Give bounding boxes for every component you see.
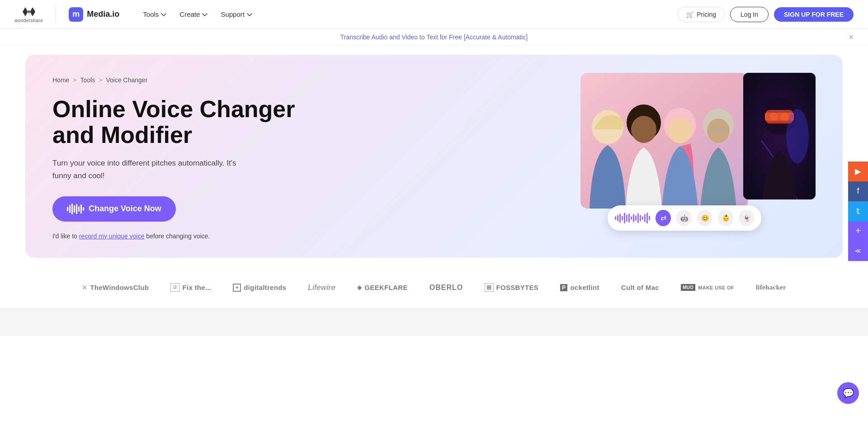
voice-waveform	[615, 213, 650, 223]
svg-point-15	[770, 113, 778, 121]
partner-oberlo: OBERLO	[429, 284, 463, 292]
record-link[interactable]: record my unique voice	[79, 232, 145, 240]
navbar: wondershare m Media.io Tools Create Supp…	[0, 0, 868, 29]
present-button[interactable]: ▶	[848, 161, 868, 181]
media-logo[interactable]: m Media.io	[69, 7, 119, 22]
breadcrumb-sep-1: >	[73, 76, 76, 84]
voice-ghost-icon[interactable]: 👻	[739, 210, 754, 226]
media-name: Media.io	[87, 9, 119, 19]
login-button[interactable]: Log In	[730, 7, 769, 22]
partner-cultofmac: Cult of Mac	[621, 284, 659, 291]
hero-images: ⇄ 🤖 😊 👶 👻	[580, 73, 816, 240]
voice-controls: ⇄ 🤖 😊 👶 👻	[608, 205, 761, 231]
nav-divider	[56, 6, 56, 23]
partner-fossbytes: ⊞ FOSSBYTES	[485, 283, 538, 292]
logo-area: wondershare m Media.io	[14, 5, 119, 23]
create-chevron-icon	[202, 11, 208, 18]
partner-fix: ② Fix the...	[170, 283, 211, 292]
svg-point-17	[786, 109, 809, 163]
partner-digitaltrends: + digitaltrends	[233, 284, 286, 292]
hero-side-image	[743, 73, 816, 199]
partner-pocketlint: P ocketlint	[560, 284, 599, 291]
people-group-image	[580, 73, 748, 209]
chat-button[interactable]: 💬	[837, 382, 859, 404]
create-menu[interactable]: Create	[174, 7, 213, 22]
record-prompt: I'd like to record my unique voice befor…	[52, 232, 306, 240]
change-voice-button[interactable]: Change Voice Now	[52, 196, 176, 222]
hero-section: Home > Tools > Voice Changer Online Voic…	[25, 55, 843, 258]
wondershare-label: wondershare	[14, 18, 43, 23]
media-icon: m	[69, 7, 83, 22]
hero-content: Home > Tools > Voice Changer Online Voic…	[52, 76, 306, 240]
nav-links: Tools Create Support	[137, 7, 258, 22]
hero-description: Turn your voice into different pitches a…	[52, 157, 251, 181]
svg-point-3	[631, 116, 656, 143]
tools-chevron-icon	[160, 11, 167, 18]
ws-logo-icon	[21, 5, 37, 18]
partner-lifehacker: lifehacker	[756, 284, 786, 291]
announcement-text[interactable]: Transcribe Audio and Video to Text for F…	[340, 33, 528, 41]
cart-icon: 🛒	[686, 11, 694, 18]
signup-button[interactable]: SIGN UP FOR FREE	[774, 7, 854, 22]
twitter-button[interactable]: 𝕥	[848, 201, 868, 221]
side-image-inner	[743, 73, 816, 199]
svg-point-16	[781, 113, 789, 121]
voice-swap-button[interactable]: ⇄	[656, 210, 671, 226]
voice-baby-icon[interactable]: 👶	[718, 210, 733, 226]
side-person-svg	[743, 73, 816, 199]
support-chevron-icon	[246, 11, 253, 18]
svg-point-5	[668, 118, 692, 143]
wondershare-logo[interactable]: wondershare	[14, 5, 43, 23]
breadcrumb-current: Voice Changer	[106, 76, 147, 84]
voice-robot-icon[interactable]: 🤖	[676, 210, 692, 226]
people-svg	[580, 73, 748, 209]
partner-geekflare: ◆ GEEKFLARE	[357, 284, 408, 291]
breadcrumb-tools[interactable]: Tools	[80, 76, 95, 84]
add-button[interactable]: +	[848, 221, 868, 241]
voice-smile-icon[interactable]: 😊	[697, 210, 712, 226]
share-button[interactable]: ≪	[848, 241, 868, 261]
breadcrumb: Home > Tools > Voice Changer	[52, 76, 306, 84]
facebook-button[interactable]: f	[848, 181, 868, 201]
breadcrumb-home[interactable]: Home	[52, 76, 69, 84]
partner-makeuseof: MUO MAKE USE OF	[681, 284, 734, 291]
side-social-bar: ▶ f 𝕥 + ≪	[848, 161, 868, 261]
breadcrumb-sep-2: >	[99, 76, 102, 84]
announcement-close[interactable]: ×	[849, 33, 854, 42]
partner-lifewire: Lifewire	[308, 283, 335, 292]
footer-bar	[0, 308, 868, 336]
hero-title: Online Voice Changer and Modifier	[52, 96, 306, 148]
announcement-bar: Transcribe Audio and Video to Text for F…	[0, 29, 868, 46]
partner-logos-section: ✕ TheWindowsClub ② Fix the... + digitalt…	[0, 267, 868, 308]
voice-wave-icon	[67, 204, 84, 214]
pricing-button[interactable]: 🛒 Pricing	[678, 7, 725, 22]
partner-thewindowsclub: ✕ TheWindowsClub	[82, 284, 149, 291]
nav-actions: 🛒 Pricing Log In SIGN UP FOR FREE	[678, 7, 854, 22]
hero-main-image	[580, 73, 748, 209]
support-menu[interactable]: Support	[215, 7, 258, 22]
tools-menu[interactable]: Tools	[137, 7, 172, 22]
